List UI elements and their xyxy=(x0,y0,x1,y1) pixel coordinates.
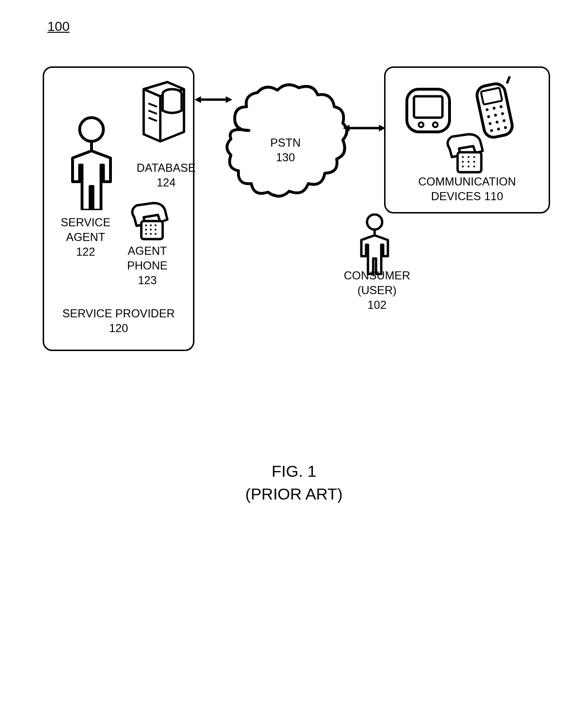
svg-point-6 xyxy=(145,224,147,226)
comm-devices-text2: DEVICES xyxy=(431,190,481,203)
service-agent-text1: SERVICE xyxy=(61,216,110,229)
svg-point-45 xyxy=(462,161,464,163)
database-icon xyxy=(134,80,186,156)
svg-rect-5 xyxy=(141,221,163,239)
svg-rect-41 xyxy=(458,152,481,172)
svg-marker-19 xyxy=(343,125,349,131)
consumer-label: CONSUMER (USER) 102 xyxy=(344,268,410,313)
arrow-right xyxy=(343,121,386,135)
service-agent-label: SERVICE AGENT 122 xyxy=(61,215,110,259)
svg-point-0 xyxy=(80,118,103,141)
database-label: DATABASE 124 xyxy=(137,160,195,190)
pstn-text: PSTN xyxy=(270,136,301,149)
comm-devices-text1: COMMUNICATION xyxy=(418,175,516,188)
svg-point-46 xyxy=(468,161,469,163)
consumer-icon xyxy=(356,213,394,275)
svg-point-50 xyxy=(473,166,475,167)
desk-phone-icon xyxy=(442,130,495,175)
consumer-text2: (USER) xyxy=(358,284,397,296)
service-agent-text2: AGENT xyxy=(66,231,105,243)
svg-point-11 xyxy=(155,229,156,231)
diagram-container: 100 SERVICE AGENT xyxy=(33,19,555,446)
pstn-label: PSTN 130 xyxy=(270,135,301,165)
service-provider-box: SERVICE AGENT 122 DATABASE 124 AGENT PHO… xyxy=(43,66,194,351)
svg-point-14 xyxy=(155,233,156,235)
svg-point-49 xyxy=(468,166,469,167)
svg-point-12 xyxy=(145,233,147,235)
svg-rect-23 xyxy=(414,96,442,118)
agent-phone-text2: PHONE xyxy=(127,259,167,272)
database-num: 124 xyxy=(156,176,175,189)
svg-point-9 xyxy=(145,229,147,231)
consumer-num: 102 xyxy=(368,298,386,311)
agent-phone-text1: AGENT xyxy=(128,244,167,257)
svg-marker-17 xyxy=(226,96,232,103)
comm-devices-box: COMMUNICATION DEVICES 110 xyxy=(384,66,550,213)
agent-phone-num: 123 xyxy=(138,274,157,287)
svg-point-13 xyxy=(150,233,152,235)
reference-number: 100 xyxy=(47,19,70,34)
svg-point-42 xyxy=(462,156,464,158)
svg-point-44 xyxy=(473,156,475,158)
figure-text: FIG. 1 xyxy=(272,462,316,480)
comm-devices-num: 110 xyxy=(484,190,503,203)
svg-point-21 xyxy=(367,214,382,230)
svg-point-48 xyxy=(462,166,464,167)
database-text: DATABASE xyxy=(137,161,195,174)
service-provider-label: SERVICE PROVIDER 120 xyxy=(44,306,193,335)
phone-icon xyxy=(127,198,175,241)
svg-point-7 xyxy=(150,224,152,226)
agent-phone-label: AGENT PHONE 123 xyxy=(127,243,167,288)
svg-point-10 xyxy=(150,229,152,231)
service-provider-num: 120 xyxy=(109,322,128,334)
service-agent-num: 122 xyxy=(76,245,95,258)
svg-rect-27 xyxy=(481,88,502,105)
svg-marker-16 xyxy=(194,96,201,103)
service-provider-text: SERVICE PROVIDER xyxy=(63,307,175,320)
svg-line-40 xyxy=(507,76,510,83)
person-icon xyxy=(65,115,118,210)
arrow-left xyxy=(194,93,232,107)
figure-subtitle: (PRIOR ART) xyxy=(245,485,342,503)
svg-point-8 xyxy=(155,224,156,226)
comm-devices-label: COMMUNICATION DEVICES 110 xyxy=(386,174,549,204)
svg-point-47 xyxy=(473,161,475,163)
consumer-text1: CONSUMER xyxy=(344,269,410,282)
svg-point-43 xyxy=(468,156,469,158)
figure-label: FIG. 1 (PRIOR ART) xyxy=(19,460,569,505)
pstn-num: 130 xyxy=(276,151,295,164)
